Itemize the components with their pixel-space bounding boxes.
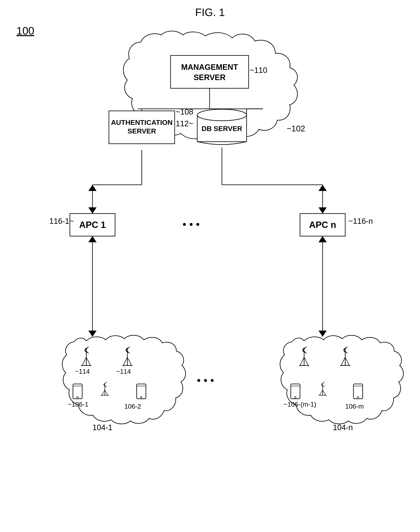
svg-marker-34 (341, 357, 349, 365)
svg-point-28 (140, 397, 142, 398)
cloud-right: 104-n (280, 335, 403, 432)
arrow-from-apcn-up (318, 185, 327, 191)
label-106-1: ~106-1 (68, 401, 89, 408)
svg-rect-42 (353, 384, 363, 399)
cloud-main: ~102 MANAGEMENT SERVER ~110 AUTHENTICATI… (109, 31, 305, 144)
db-server-top (197, 109, 247, 121)
svg-point-43 (357, 397, 359, 398)
label-116-1: 116-1~ (49, 217, 74, 225)
db-server-bottom (197, 142, 247, 144)
label-112: 112~ (176, 119, 193, 128)
apc1-box (70, 214, 115, 236)
ap-icon-right1 (299, 347, 309, 365)
diagram-container: FIG. 1 100 ~102 MANAGEMENT SERVER ~110 A… (0, 0, 420, 532)
mobile-left1 (73, 384, 82, 399)
mobile-left2 (137, 384, 146, 399)
label-114-left1: ~114 (75, 368, 90, 375)
db-server-body (197, 115, 247, 142)
svg-rect-39 (291, 384, 300, 399)
auth-server-label-line2: SERVER (127, 127, 156, 135)
svg-rect-27 (137, 384, 146, 399)
diagram-id: 100 (16, 25, 34, 37)
arrow-from-cloud-left (88, 236, 97, 242)
label-114-left2: ~114 (116, 368, 131, 375)
label-106-m1: ~106-(m-1) (284, 401, 316, 408)
svg-point-25 (77, 397, 78, 398)
db-server-label: DB SERVER (202, 125, 242, 132)
svg-marker-31 (300, 357, 308, 365)
svg-rect-24 (73, 384, 82, 399)
arrow-to-apcn (318, 207, 327, 214)
label-106-m: 106-m (345, 403, 364, 410)
svg-marker-37 (319, 390, 326, 395)
diagram-svg: ~102 MANAGEMENT SERVER ~110 AUTHENTICATI… (0, 0, 420, 532)
label-106-2: 106-2 (124, 403, 141, 410)
svg-point-40 (294, 397, 296, 398)
figure-title: FIG. 1 (195, 6, 225, 18)
label-108: ~108 (176, 108, 193, 116)
auth-server-label-line1: AUTHENTICATION (111, 118, 173, 126)
mobile-right2 (353, 384, 363, 399)
apc1-label: APC 1 (79, 220, 106, 230)
management-server-label-line1: MANAGEMENT (181, 63, 238, 72)
auth-server-box (109, 111, 175, 144)
svg-marker-19 (123, 357, 132, 365)
management-server-box (171, 56, 249, 88)
ap-icon-right2 (340, 347, 350, 365)
management-server-label-line2: SERVER (194, 73, 226, 82)
arrow-to-apc1 (88, 207, 97, 214)
ap-icon-left1 (81, 347, 91, 365)
cloud-102-label: ~102 (287, 124, 305, 133)
mobile-right1 (291, 384, 300, 399)
dots-clouds: • • • (197, 374, 214, 386)
arrow-from-apc1-up (88, 185, 97, 191)
sub-ap-right (318, 382, 327, 395)
arrow-from-cloud-right (318, 236, 327, 242)
dots-apc: • • • (182, 218, 200, 230)
svg-marker-22 (102, 390, 108, 395)
label-104-n: 104-n (333, 423, 353, 432)
label-110: ~110 (250, 66, 267, 74)
cloud-left: 104-1 ~114 (62, 335, 186, 432)
sub-ap-left (101, 382, 109, 395)
apcn-label: APC n (309, 220, 336, 230)
label-104-1: 104-1 (92, 423, 112, 432)
svg-marker-16 (82, 357, 90, 365)
arrow-to-cloud-left (88, 331, 97, 337)
apcn-box (300, 214, 345, 236)
arrow-to-cloud-right (318, 331, 327, 337)
label-116-n: ~116-n (348, 217, 373, 225)
ap-icon-left2 (122, 347, 133, 365)
